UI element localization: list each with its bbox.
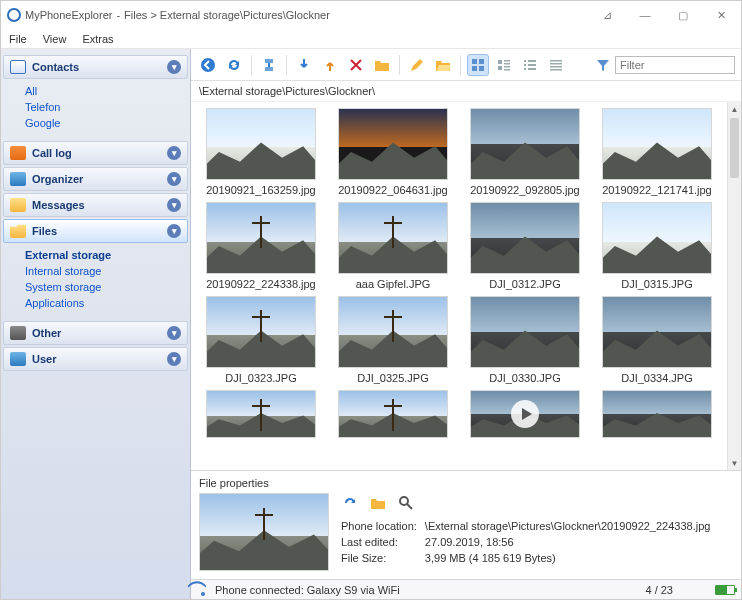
props-zoom-button[interactable]	[395, 492, 417, 514]
sidebar-item-system[interactable]: System storage	[23, 279, 182, 295]
file-item[interactable]: 20190922_064631.jpg	[331, 108, 455, 196]
status-bar: Phone connected: Galaxy S9 via WiFi 4 / …	[191, 579, 741, 599]
file-item[interactable]	[463, 390, 587, 438]
menu-view[interactable]: View	[43, 33, 67, 45]
file-item[interactable]: aaa Gipfel.JPG	[331, 202, 455, 290]
file-item[interactable]: DJI_0334.JPG	[595, 296, 719, 384]
user-icon	[10, 352, 26, 366]
chevron-down-icon: ▾	[167, 326, 181, 340]
edit-button[interactable]	[406, 54, 428, 76]
svg-rect-1	[472, 59, 477, 64]
file-item[interactable]: 20190922_121741.jpg	[595, 108, 719, 196]
location-value: \External storage\Pictures\Glockner\2019…	[425, 519, 717, 533]
file-name: 20190921_163259.jpg	[206, 184, 316, 196]
svg-rect-3	[472, 66, 477, 71]
file-name: 20190922_092805.jpg	[470, 184, 580, 196]
close-button[interactable]: ✕	[707, 9, 735, 22]
view-tiles-button[interactable]	[493, 54, 515, 76]
filter-icon	[595, 57, 611, 73]
toolbar	[191, 49, 741, 81]
svg-point-21	[400, 497, 408, 505]
svg-rect-10	[504, 69, 510, 71]
menu-extras[interactable]: Extras	[82, 33, 113, 45]
file-item[interactable]	[595, 390, 719, 438]
file-name: DJI_0312.JPG	[489, 278, 561, 290]
svg-rect-16	[528, 68, 536, 70]
sidebar-contacts[interactable]: Contacts▾	[3, 55, 188, 79]
wrench-icon	[10, 326, 26, 340]
sidebar-item-apps[interactable]: Applications	[23, 295, 182, 311]
file-item[interactable]: 20190921_163259.jpg	[199, 108, 323, 196]
sidebar-other[interactable]: Other▾	[3, 321, 188, 345]
file-item[interactable]: DJI_0323.JPG	[199, 296, 323, 384]
file-item[interactable]: 20190922_224338.jpg	[199, 202, 323, 290]
svg-rect-17	[550, 60, 562, 62]
file-item[interactable]: DJI_0315.JPG	[595, 202, 719, 290]
new-folder-button[interactable]	[371, 54, 393, 76]
file-name: DJI_0323.JPG	[225, 372, 297, 384]
back-button[interactable]	[197, 54, 219, 76]
play-icon	[511, 400, 539, 428]
refresh-button[interactable]	[223, 54, 245, 76]
file-item[interactable]: 20190922_092805.jpg	[463, 108, 587, 196]
open-folder-button[interactable]	[432, 54, 454, 76]
sidebar-calllog[interactable]: Call log▾	[3, 141, 188, 165]
chevron-down-icon: ▾	[167, 352, 181, 366]
file-properties: File properties Phone location:\External…	[191, 470, 741, 579]
chevron-down-icon: ▾	[167, 146, 181, 160]
file-item[interactable]	[199, 390, 323, 438]
file-item[interactable]	[331, 390, 455, 438]
sidebar-item-google[interactable]: Google	[23, 115, 182, 131]
download-button[interactable]	[293, 54, 315, 76]
scroll-up-icon[interactable]: ▲	[728, 102, 741, 116]
sidebar-item-internal[interactable]: Internal storage	[23, 263, 182, 279]
view-thumbnails-button[interactable]	[467, 54, 489, 76]
file-grid: 20190921_163259.jpg20190922_064631.jpg20…	[191, 102, 727, 470]
delete-button[interactable]	[345, 54, 367, 76]
file-item[interactable]: DJI_0312.JPG	[463, 202, 587, 290]
svg-rect-12	[528, 60, 536, 62]
connection-status: Phone connected: Galaxy S9 via WiFi	[215, 584, 400, 596]
sidebar-item-telefon[interactable]: Telefon	[23, 99, 182, 115]
scroll-down-icon[interactable]: ▼	[728, 456, 741, 470]
chevron-down-icon: ▾	[167, 172, 181, 186]
app-icon	[7, 8, 21, 22]
view-details-button[interactable]	[545, 54, 567, 76]
sidebar-messages[interactable]: Messages▾	[3, 193, 188, 217]
filter-input[interactable]	[615, 56, 735, 74]
contacts-icon	[10, 60, 26, 74]
svg-rect-4	[479, 66, 484, 71]
envelope-icon	[10, 198, 26, 212]
svg-rect-6	[504, 60, 510, 62]
svg-rect-8	[498, 66, 502, 70]
scrollbar[interactable]: ▲ ▼	[727, 102, 741, 470]
menu-file[interactable]: File	[9, 33, 27, 45]
props-refresh-button[interactable]	[339, 492, 361, 514]
menu-bar: File View Extras	[1, 29, 741, 49]
svg-rect-20	[550, 69, 562, 71]
sidebar-item-external[interactable]: External storage	[23, 247, 182, 263]
file-name: 20190922_121741.jpg	[602, 184, 712, 196]
wifi-icon	[197, 584, 209, 596]
view-list-button[interactable]	[519, 54, 541, 76]
sidebar-organizer[interactable]: Organizer▾	[3, 167, 188, 191]
file-item[interactable]: DJI_0330.JPG	[463, 296, 587, 384]
sync-button[interactable]	[258, 54, 280, 76]
svg-rect-9	[504, 66, 510, 68]
path-bar: \External storage\Pictures\Glockner\	[191, 81, 741, 102]
file-item[interactable]: DJI_0325.JPG	[331, 296, 455, 384]
stick-icon[interactable]: ⊿	[593, 9, 621, 22]
file-name: 20190922_064631.jpg	[338, 184, 448, 196]
props-open-button[interactable]	[367, 492, 389, 514]
size-value: 3,99 MB (4 185 619 Bytes)	[425, 551, 717, 565]
minimize-button[interactable]: —	[631, 9, 659, 22]
sidebar-user[interactable]: User▾	[3, 347, 188, 371]
scroll-thumb[interactable]	[730, 118, 739, 178]
sidebar-files[interactable]: Files▾	[3, 219, 188, 243]
upload-button[interactable]	[319, 54, 341, 76]
maximize-button[interactable]: ▢	[669, 9, 697, 22]
sidebar-item-all[interactable]: All	[23, 83, 182, 99]
title-bar: MyPhoneExplorer - Files > External stora…	[1, 1, 741, 29]
file-name: aaa Gipfel.JPG	[356, 278, 431, 290]
svg-rect-15	[524, 68, 526, 70]
